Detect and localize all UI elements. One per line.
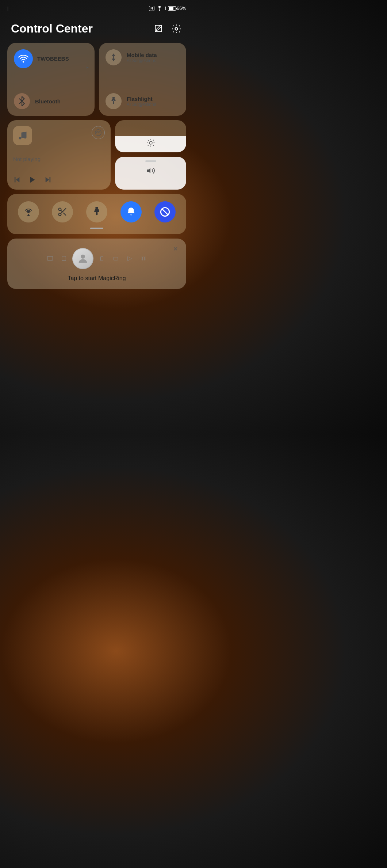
flashlight-item[interactable]: Flashlight AI Suggestions (106, 93, 180, 109)
playback-status: Not playing (13, 156, 105, 162)
wifi-icon (18, 55, 28, 63)
media-card: Not playing (7, 120, 111, 190)
wifi-network-name: TWOBEEBS (37, 56, 69, 62)
device-icon-4 (110, 253, 121, 264)
quick-actions-row (13, 201, 180, 222)
page-title: Control Center (11, 22, 93, 35)
svg-point-2 (175, 27, 178, 30)
brightness-card[interactable] (115, 120, 186, 152)
svg-point-3 (23, 61, 24, 63)
row-1: TWOBEEBS ▸ Bluetooth (7, 43, 186, 116)
bluetooth-toggle[interactable] (14, 93, 30, 109)
flashlight-text: Flashlight AI Suggestions (127, 96, 156, 107)
svg-rect-25 (62, 256, 66, 260)
svg-rect-24 (47, 256, 53, 260)
svg-line-19 (61, 210, 63, 212)
settings-button[interactable] (170, 23, 183, 35)
svg-point-0 (159, 10, 160, 11)
dnd-icon (160, 207, 170, 217)
next-button[interactable] (44, 176, 52, 183)
device-icon-2 (58, 253, 69, 264)
svg-rect-5 (113, 101, 114, 104)
wifi-bluetooth-card: TWOBEEBS ▸ Bluetooth (7, 43, 95, 116)
scissors-icon (57, 207, 68, 217)
signal-strength: ▸ (87, 65, 89, 70)
magic-ring-close-button[interactable]: ✕ (170, 244, 180, 254)
music-album-art (13, 126, 32, 145)
brightness-icon (146, 138, 155, 147)
svg-line-18 (64, 213, 66, 215)
mobile-data-item[interactable]: Mobile data AI Suggestions (106, 49, 180, 65)
device-icon-3 (96, 253, 107, 264)
svg-rect-4 (112, 97, 115, 99)
header: Control Center (0, 15, 194, 43)
bluetooth-section[interactable]: Bluetooth (14, 93, 88, 109)
hotspot-button[interactable] (18, 201, 39, 222)
device-icon-1 (45, 253, 55, 264)
bell-icon (126, 207, 136, 217)
mobile-flashlight-card: Mobile data AI Suggestions Flashlight AI… (99, 43, 186, 116)
hotspot-icon (23, 207, 34, 217)
ai-suggestions-btn[interactable] (92, 126, 105, 139)
svg-point-12 (149, 141, 152, 144)
user-avatar (72, 248, 93, 269)
status-right: N ! 66% (149, 5, 186, 11)
bluetooth-label: Bluetooth (35, 98, 61, 104)
mobile-data-title: Mobile data (127, 52, 157, 58)
wifi-status-icon (156, 6, 163, 11)
media-controls[interactable] (13, 176, 105, 184)
volume-icon (146, 166, 156, 175)
device-icon-5 (124, 253, 135, 264)
nfc-icon: N (149, 6, 154, 11)
volume-slider-handle (145, 160, 156, 162)
mobile-data-toggle[interactable] (106, 49, 122, 65)
svg-marker-9 (30, 177, 35, 183)
row-2: Not playing (7, 120, 186, 190)
music-note-icon (18, 130, 28, 141)
svg-point-14 (27, 211, 29, 213)
screenshot-button[interactable] (52, 201, 73, 222)
quick-actions-card (7, 194, 186, 234)
flashlight-toggle[interactable] (106, 93, 122, 109)
mobile-data-icon (110, 53, 118, 61)
flashlight-title: Flashlight (127, 96, 156, 102)
wifi-toggle[interactable] (14, 49, 33, 68)
svg-rect-30 (141, 257, 146, 260)
svg-marker-13 (147, 168, 150, 173)
svg-rect-20 (95, 207, 98, 209)
notification-button[interactable] (120, 201, 142, 222)
svg-point-26 (81, 255, 85, 259)
card-handle (90, 228, 103, 229)
play-button[interactable] (28, 176, 37, 184)
control-grid: TWOBEEBS ▸ Bluetooth (0, 43, 194, 289)
prev-button[interactable] (13, 176, 21, 183)
dnd-button[interactable] (154, 201, 176, 222)
svg-rect-28 (114, 257, 118, 260)
magic-ring-devices (15, 244, 179, 275)
svg-line-23 (162, 209, 168, 215)
device-icon-6 (138, 253, 149, 264)
torch-icon (93, 207, 101, 217)
svg-rect-27 (101, 256, 103, 261)
magic-ring-label[interactable]: Tap to start MagicRing (15, 275, 179, 282)
flashlight-icon (110, 97, 117, 106)
svg-rect-21 (96, 212, 98, 215)
svg-marker-29 (128, 256, 132, 261)
bluetooth-icon (18, 96, 26, 106)
mobile-data-text: Mobile data AI Suggestions (127, 52, 157, 63)
waveform-icon (95, 129, 102, 136)
svg-marker-7 (16, 177, 19, 182)
flashlight-button[interactable] (86, 201, 107, 222)
battery-icon: 66% (168, 5, 186, 11)
svg-rect-8 (15, 177, 16, 182)
wifi-section[interactable]: TWOBEEBS ▸ (14, 49, 88, 68)
mobile-data-subtitle: AI Suggestions (127, 58, 157, 63)
edit-button[interactable] (153, 23, 165, 35)
status-bar: | N ! 66% (0, 0, 194, 15)
signal-indicator: | (7, 6, 8, 11)
svg-marker-10 (46, 177, 49, 182)
magic-ring-card: ✕ (7, 239, 186, 289)
header-actions (153, 23, 183, 35)
media-top (13, 126, 105, 145)
volume-card[interactable] (115, 157, 186, 190)
